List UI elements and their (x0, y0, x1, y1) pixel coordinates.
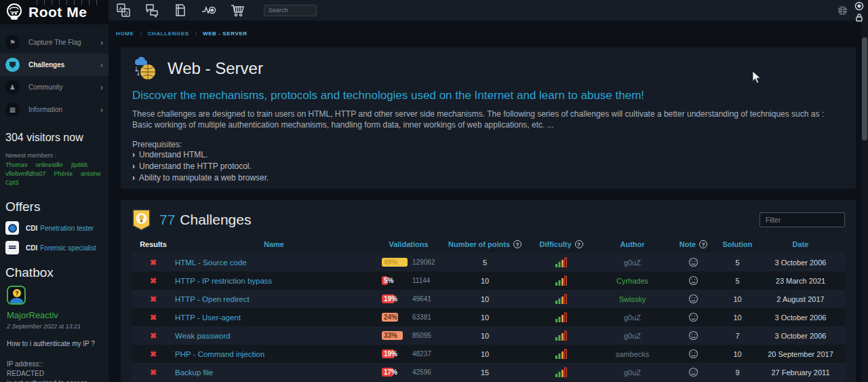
table-row: ✖ Weak password 33% 85095 10 (132, 326, 845, 345)
filter-input[interactable] (760, 212, 845, 227)
solution-count[interactable]: 5 (719, 277, 756, 285)
note-smiley-icon (668, 275, 719, 286)
points-value: 10 (444, 313, 526, 322)
help-icon[interactable]: ? (699, 240, 707, 248)
column-header-note[interactable]: Note? (668, 240, 719, 248)
points-value: 10 (444, 295, 526, 303)
chat-message-block: IP address:: REDACTED is not authorized … (7, 360, 102, 382)
table-row: ✖ HTTP - IP restriction bypass 5% 11144 … (132, 271, 845, 290)
chatbox: ? MajorReactiv 2 September 2022 at 13:21… (7, 286, 102, 382)
chat-username[interactable]: MajorReactiv (7, 310, 102, 320)
challenge-link[interactable]: HTTP - IP restriction bypass (175, 277, 272, 285)
author-link[interactable]: Swissky (597, 295, 668, 303)
menu-item-label: Information (28, 106, 100, 113)
validation-count: 42596 (412, 368, 431, 376)
avatar[interactable]: ? (7, 286, 26, 305)
solution-count[interactable]: 10 (719, 313, 756, 322)
sidebar-menu-item[interactable]: ▦ Information › (0, 98, 108, 121)
member-link[interactable]: vfleltvmfldhs07 (5, 170, 46, 177)
column-header-date[interactable]: Date (756, 240, 845, 248)
member-link[interactable]: Phénix (54, 170, 73, 177)
forum-icon[interactable] (144, 3, 159, 18)
logo-text: Root Me (28, 4, 87, 20)
corner-icons (854, 1, 865, 22)
validations-cell: 33% 85095 (373, 331, 444, 341)
help-icon[interactable]: ? (575, 240, 583, 248)
solution-count[interactable]: 10 (719, 350, 756, 358)
challenge-link[interactable]: HTTP - Open redirect (175, 295, 250, 303)
challenge-date: 3 October 2006 (756, 332, 845, 340)
column-header-author[interactable]: Author (597, 240, 668, 248)
solution-count[interactable]: 9 (719, 368, 756, 377)
help-icon[interactable]: ? (513, 240, 521, 248)
sidebar-menu: ⚑ Capture The Flag › Challenges › ♟ Comm… (0, 31, 108, 121)
column-header-name[interactable]: Name (175, 240, 373, 248)
challenge-link[interactable]: Backup file (175, 368, 213, 377)
points-value: 10 (444, 350, 526, 358)
author-link[interactable]: g0uZ (597, 259, 668, 267)
author-link[interactable]: g0uZ (597, 332, 668, 340)
company-logo-icon (5, 221, 19, 235)
solution-count[interactable]: 10 (719, 295, 756, 303)
scrollbar-track[interactable] (861, 0, 868, 382)
challenge-date: 23 March 2021 (756, 277, 845, 285)
validations-cell: 19% 48237 (373, 349, 444, 359)
difficulty-bars-icon (526, 257, 597, 267)
logo-bar[interactable]: Root Me (0, 0, 108, 24)
challenge-link[interactable]: PHP - Command injection (175, 350, 264, 358)
intro-panel: Web - Server Discover the mechanisms, pr… (121, 47, 856, 189)
difficulty-bars-icon (526, 367, 597, 377)
validations-cell: 24% 63381 (373, 313, 444, 322)
challenge-link[interactable]: Weak password (175, 332, 231, 340)
author-link[interactable]: g0uZ (597, 368, 668, 377)
challenge-date: 27 February 2011 (756, 368, 845, 377)
solution-count[interactable]: 7 (719, 332, 756, 340)
search-input[interactable] (264, 5, 317, 16)
record-circle-icon[interactable] (854, 1, 864, 11)
author-link[interactable]: Cyrhades (597, 277, 668, 285)
offer-contract-type: CDI (26, 244, 37, 252)
member-link[interactable]: CptS (5, 179, 19, 186)
difficulty-bars-icon (526, 312, 597, 322)
offer-item[interactable]: CDI Forensic specialist (5, 241, 103, 254)
member-link[interactable]: onlinestlkr (36, 161, 64, 168)
menu-item-icon: ▦ (5, 102, 20, 117)
sidebar-menu-item[interactable]: ♟ Community › (0, 76, 108, 98)
member-link[interactable]: antoine (81, 170, 101, 177)
chevron-right-icon: › (100, 83, 103, 92)
challenge-link[interactable]: HTML - Source code (175, 259, 247, 267)
breadcrumb-link[interactable]: CHALLENGES (148, 31, 189, 37)
scrollbar-thumb[interactable] (862, 37, 867, 140)
validation-count: 49641 (412, 295, 431, 303)
qa-dictionary-icon[interactable]: A Q (116, 3, 131, 18)
column-header-validations[interactable]: Validations (373, 240, 444, 248)
author-link[interactable]: sambecks (597, 350, 668, 358)
page-subtitle: Discover the mechanisms, protocols and t… (132, 89, 844, 102)
column-header-difficulty[interactable]: Difficulty? (526, 240, 597, 248)
sidebar-menu-item[interactable]: Challenges › (0, 54, 108, 76)
breadcrumb-link[interactable]: WEB - SERVER (203, 31, 248, 37)
challenge-link[interactable]: HTTP - User-agent (175, 313, 241, 322)
documents-icon[interactable] (173, 3, 188, 18)
rootme-skull-icon (5, 3, 23, 21)
sidebar-menu-item[interactable]: ⚑ Capture The Flag › (0, 31, 108, 54)
lock-icon[interactable] (854, 13, 864, 22)
language-globe-icon[interactable] (837, 5, 848, 16)
member-link[interactable]: jlp866 (71, 161, 87, 168)
column-header-results[interactable]: Results (132, 240, 175, 248)
validations-cell: 49% 129062 (373, 258, 444, 267)
points-value: 10 (444, 277, 526, 285)
column-header-points[interactable]: Number of points? (444, 240, 526, 248)
table-row: ✖ Backup file 17% 42596 15 (132, 363, 845, 381)
svg-text:A: A (119, 6, 123, 11)
column-header-solution[interactable]: Solution (719, 240, 756, 248)
not-solved-x-icon: ✖ (150, 276, 157, 286)
breadcrumb-link[interactable]: HOME (116, 31, 134, 37)
member-link[interactable]: Thomas (5, 161, 28, 168)
offer-item[interactable]: CDI Penetration tester (5, 221, 103, 235)
solution-count[interactable]: 5 (719, 259, 756, 267)
activity-target-icon[interactable] (201, 3, 216, 18)
points-value: 15 (444, 368, 526, 377)
cart-icon[interactable] (230, 3, 245, 18)
author-link[interactable]: g0uZ (597, 313, 668, 322)
